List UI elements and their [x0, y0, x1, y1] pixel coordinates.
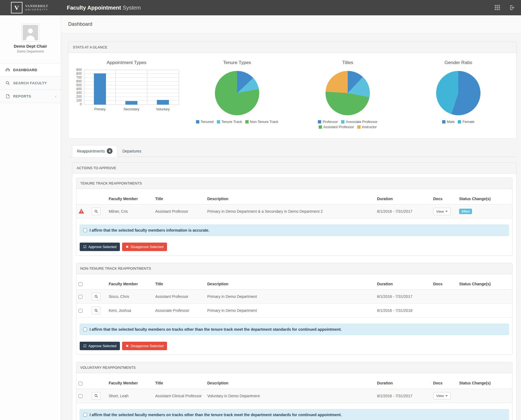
top-navbar: V VANDERBILT UNIVERSITY Faculty Appointm… [0, 0, 521, 15]
bar [125, 101, 137, 105]
legend-swatch [245, 120, 249, 123]
affirm-box: I affirm that the selected faculty membe… [80, 324, 509, 335]
section-voluntary-reappointments: VOLUNTARY REAPPOINTMENTS Faculty Member … [76, 362, 513, 420]
titles-chart: TitlesProfessorAssociate ProfessorAssist… [292, 60, 403, 129]
col-duration: Duration [375, 378, 431, 389]
legend-item: Instructor [357, 125, 377, 129]
tenure-types-chart: Tenure TypesTenuredTenure TrackNon-Tenur… [182, 60, 292, 129]
col-faculty-member: Faculty Member [106, 193, 153, 205]
row-checkbox[interactable] [79, 309, 82, 313]
legend-swatch [341, 120, 344, 123]
tab-reappointments[interactable]: Reappointments 4 [72, 145, 117, 157]
description-cell: Voluntary in Demo Department [205, 389, 375, 403]
app-title-bold: Faculty Appointment [67, 5, 121, 11]
legend-label: Assistant Professor [323, 125, 354, 129]
logo-letter: V [14, 4, 19, 11]
sidebar: Demo Dept Chair Demo Department DASHBOAR… [0, 15, 61, 420]
docs-view-dropdown[interactable]: View [433, 392, 451, 399]
col-status-changes: Status Change(s) [457, 378, 512, 389]
legend-label: Instructor [362, 125, 377, 129]
sidebar-item-label: REPORTS [13, 94, 31, 98]
description-cell: Primary in Demo Department [205, 290, 375, 304]
legend-item: Professor [318, 120, 338, 124]
caret-down-icon [445, 395, 448, 396]
chart-title: Titles [342, 60, 353, 65]
vanderbilt-logo: V VANDERBILT UNIVERSITY [0, 2, 61, 13]
legend-swatch [357, 125, 361, 129]
legend-item: Tenured [196, 120, 214, 124]
y-tick-label: 0 [80, 102, 82, 106]
disapprove-selected-button[interactable]: ✖ Disapprove Selected [122, 342, 167, 350]
view-faculty-search-button[interactable] [92, 293, 100, 300]
actions-panel-title: ACTIONS TO APPROVE [72, 163, 516, 174]
legend-swatch [196, 120, 199, 123]
select-all-checkbox[interactable] [79, 382, 82, 386]
bar-chart: 0100200300400500600700800900PrimarySecon… [74, 70, 179, 105]
y-tick-label: 200 [76, 95, 82, 99]
legend-item: Assistant Professor [319, 125, 354, 129]
view-faculty-search-button[interactable] [92, 307, 100, 314]
row-checkbox[interactable] [79, 295, 82, 299]
legend-item: Non-Tenure Track [245, 120, 278, 124]
legend-item: Male [442, 120, 454, 124]
legend-label: Female [462, 120, 474, 124]
tab-label: Reappointments [77, 149, 105, 153]
table-row: Short, Leah Assistant Clinical Professor… [76, 389, 512, 403]
disapprove-selected-button[interactable]: ✖ Disapprove Selected [122, 243, 167, 251]
affirm-checkbox[interactable] [83, 413, 87, 417]
affirm-checkbox[interactable] [83, 228, 87, 232]
row-checkbox[interactable] [79, 394, 82, 398]
sidebar-item-search-faculty[interactable]: SEARCH FACULTY [0, 77, 61, 90]
view-faculty-search-button[interactable] [92, 392, 100, 400]
status-badge: Effort [459, 209, 472, 214]
table-row: Sisco, Chris Assistant Professor Primary… [76, 290, 512, 304]
chart-title: Gender Ratio [444, 60, 472, 65]
sidebar-item-dashboard[interactable]: DASHBOARD [0, 64, 61, 77]
voluntary-table: Faculty Member Title Description Duratio… [76, 378, 512, 403]
tab-departures[interactable]: Departures [117, 145, 146, 157]
sign-out-icon[interactable] [510, 5, 515, 10]
bar-cell: Primary [84, 70, 116, 105]
chevron-left-icon[interactable]: ‹ [55, 94, 56, 99]
select-all-checkbox[interactable] [79, 282, 82, 286]
legend-label: Male [447, 120, 454, 124]
section-title: VOLUNTARY REAPPOINTMENTS [76, 362, 512, 373]
table-row: Milner, Cris Assistant Professor Primary… [76, 205, 512, 218]
docs-view-dropdown[interactable]: View [433, 208, 451, 215]
charts-row: Appointment Types01002003004005006007008… [68, 53, 516, 138]
col-duration: Duration [375, 193, 431, 205]
faculty-member-cell: Short, Leah [106, 389, 153, 403]
sidebar-item-reports[interactable]: REPORTS ‹ [0, 90, 61, 103]
duration-cell: 8/1/2016 - 7/31/2017 [375, 389, 431, 403]
sidebar-item-label: DASHBOARD [13, 68, 37, 72]
legend-swatch [458, 120, 461, 123]
affirm-text: I affirm that the selected faculty membe… [90, 228, 209, 232]
tabs-bar: Reappointments 4 Departures [68, 145, 517, 157]
affirm-checkbox[interactable] [83, 327, 87, 331]
grid-icon[interactable] [495, 5, 500, 10]
affirm-text: I affirm that the selected faculty membe… [90, 413, 342, 417]
col-description: Description [205, 378, 375, 389]
user-name: Demo Dept Chair [0, 44, 61, 48]
sidebar-menu: DASHBOARD SEARCH FACULTY REPORTS ‹ [0, 63, 61, 103]
col-docs: Docs [431, 378, 457, 389]
approve-selected-button[interactable]: ☑ Approve Selected [80, 342, 120, 350]
col-description: Description [205, 193, 375, 205]
gender-ratio-chart: Gender RatioMaleFemale [403, 60, 514, 129]
duration-cell: 8/1/2016 - 7/31/2017 [375, 290, 431, 304]
view-faculty-search-button[interactable] [92, 208, 100, 215]
col-actions [90, 378, 106, 389]
legend-swatch [442, 120, 445, 123]
col-status-changes: Status Change(s) [457, 278, 512, 290]
appointment-types-chart: Appointment Types01002003004005006007008… [71, 60, 182, 129]
tab-label: Departures [122, 149, 141, 153]
chart-title: Tenure Types [223, 60, 251, 65]
col-status-changes: Status Change(s) [457, 193, 512, 205]
x-tick-label: Secondary [116, 107, 147, 111]
x-icon: ✖ [126, 344, 129, 348]
approve-selected-button[interactable]: ☑ Approve Selected [80, 243, 120, 251]
section-non-tenure-track-reappointments: NON-TENURE TRACK REAPPOINTMENTS Faculty … [76, 263, 513, 355]
bar-plot: PrimarySecondaryVoluntary [84, 70, 179, 105]
tenure-track-table: Faculty Member Title Description Duratio… [76, 193, 512, 218]
bar [94, 73, 106, 105]
